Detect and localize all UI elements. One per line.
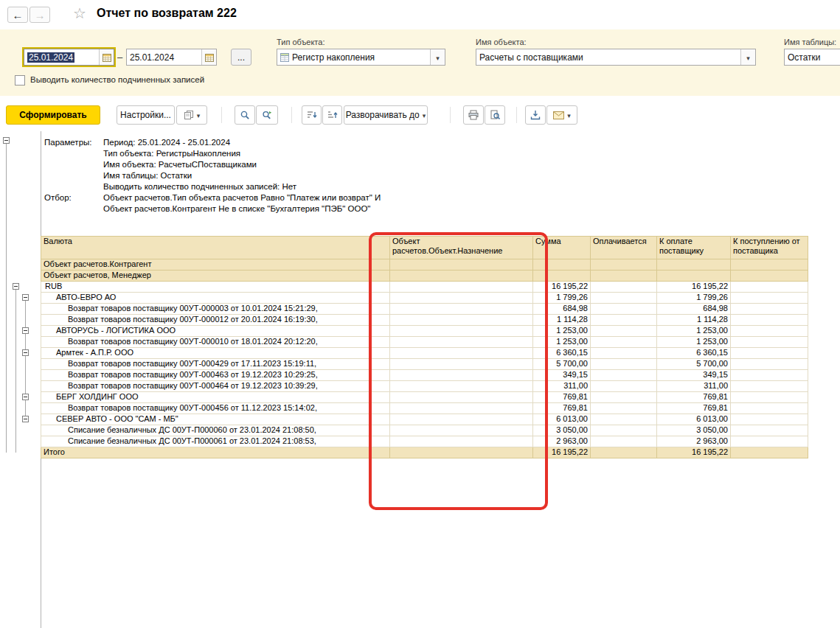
object-name-select[interactable]: Расчеты с поставщиками: [476, 49, 756, 66]
collapse-rows-button[interactable]: [302, 105, 322, 125]
document-row: Списание безналичных ДС 00УТ-П000060 от …: [41, 425, 808, 436]
row-to-pay: 1 114,28: [657, 315, 731, 326]
empty-cell: [390, 447, 533, 458]
row-paid: [591, 293, 657, 304]
row-text: СЕВЕР АВТО - ООО "САМ - МБ": [41, 414, 390, 425]
dropdown-arrow-icon[interactable]: [740, 49, 755, 65]
object-type-select[interactable]: Регистр накопления: [277, 49, 445, 66]
print-button[interactable]: [463, 105, 484, 125]
period-to-value: 25.01.2024: [127, 49, 201, 65]
generate-button[interactable]: Сформировать: [6, 105, 100, 125]
row-purpose: [390, 282, 533, 293]
empty-cell: [533, 259, 591, 271]
row-paid: [591, 436, 657, 447]
dropdown-arrow-icon[interactable]: [430, 49, 445, 65]
row-purpose: [390, 436, 533, 447]
row-to-receive: [731, 337, 808, 348]
row-paid: [591, 425, 657, 436]
collapse-toggle[interactable]: [22, 349, 29, 356]
row-to-pay: 349,15: [657, 370, 731, 381]
empty-cell: [731, 259, 808, 271]
row-text: Списание безналичных ДС 00УТ-П000061 от …: [41, 436, 390, 447]
search-next-button[interactable]: [256, 105, 278, 125]
sort-ascending-icon: [327, 110, 338, 120]
row-paid: [591, 392, 657, 403]
row-sum: 769,81: [533, 392, 591, 403]
send-mail-button[interactable]: [546, 105, 577, 125]
show-subrecords-checkbox[interactable]: [15, 75, 25, 86]
row-to-receive: [731, 425, 808, 436]
expand-to-label: Разворачивать до: [346, 110, 420, 120]
report-table-body: Валюта Объект расчетов.Объект.Назначение…: [41, 237, 808, 458]
row-to-pay: 311,00: [657, 381, 731, 392]
report-area: Параметры:Период: 25.01.2024 - 25.01.202…: [0, 131, 840, 628]
collapse-toggle[interactable]: [3, 137, 10, 144]
search-next-icon: [262, 110, 272, 120]
expand-rows-button[interactable]: [322, 105, 342, 125]
empty-cell: [591, 259, 657, 271]
object-type-value: Регистр накопления: [289, 49, 430, 65]
header-row: Валюта Объект расчетов.Объект.Назначение…: [41, 237, 808, 259]
table-name-value: Остатки: [785, 49, 840, 65]
subheader-label: Объект расчетов, Менеджер: [41, 271, 390, 282]
settings-button[interactable]: Настройки...: [117, 105, 175, 125]
filter-label: Отбор:: [44, 192, 103, 203]
back-arrow-icon: ←: [13, 10, 24, 21]
row-to-receive: [731, 381, 808, 392]
group-row: Армтек - А.П.Р. ООО6 360,156 360,15: [41, 348, 808, 359]
group-row: RUB16 195,2216 195,22: [41, 282, 808, 293]
collapse-toggle[interactable]: [22, 294, 29, 301]
row-paid: [591, 359, 657, 370]
chevron-down-icon: [423, 110, 426, 120]
calendar-icon[interactable]: [201, 49, 216, 65]
row-purpose: [390, 414, 533, 425]
row-text: Армтек - А.П.Р. ООО: [41, 348, 390, 359]
save-button[interactable]: [525, 105, 546, 125]
total-row: Итого 16 195,22 16 195,22: [41, 447, 808, 458]
empty-cell: [731, 271, 808, 282]
row-to-pay: 16 195,22: [657, 282, 731, 293]
row-to-receive: [731, 326, 808, 337]
row-to-pay: 1 253,00: [657, 326, 731, 337]
printer-icon: [468, 110, 479, 120]
collapse-toggle[interactable]: [13, 283, 19, 290]
document-row: Возврат товаров поставщику 00УТ-000463 о…: [41, 370, 808, 381]
row-sum: 1 253,00: [533, 337, 591, 348]
toolbar-separator: [291, 107, 292, 123]
back-button[interactable]: ←: [7, 7, 28, 23]
collapse-toggle[interactable]: [22, 416, 29, 422]
group-row: СЕВЕР АВТО - ООО "САМ - МБ"6 013,006 013…: [41, 414, 808, 425]
row-purpose: [390, 293, 533, 304]
subheader-label: Объект расчетов.Контрагент: [41, 259, 390, 271]
search-button[interactable]: [235, 105, 255, 125]
row-text: Возврат товаров поставщику 00УТ-000456 о…: [41, 403, 390, 414]
forward-button[interactable]: →: [29, 7, 50, 23]
period-to-input[interactable]: 25.01.2024: [126, 49, 217, 66]
print-preview-button[interactable]: [485, 105, 505, 125]
row-sum: 769,81: [533, 403, 591, 414]
collapse-toggle[interactable]: [22, 394, 29, 400]
calendar-icon[interactable]: [99, 49, 114, 65]
object-name-label: Имя объекта:: [476, 38, 527, 46]
report-variants-button[interactable]: [176, 105, 207, 125]
row-text: Возврат товаров поставщику 00УТ-000464 о…: [41, 381, 390, 392]
row-to-receive: [731, 282, 808, 293]
expand-to-button[interactable]: Разворачивать до: [344, 105, 428, 125]
row-to-pay: 6 013,00: [657, 414, 731, 425]
row-purpose: [390, 359, 533, 370]
row-text: RUB: [41, 282, 390, 293]
row-paid: [591, 315, 657, 326]
col-header-purpose: Объект расчетов.Объект.Назначение: [390, 237, 533, 259]
row-text: Возврат товаров поставщику 00УТ-000463 о…: [41, 370, 390, 381]
period-more-button[interactable]: ...: [231, 49, 251, 66]
row-paid: [591, 337, 657, 348]
row-text: Возврат товаров поставщику 00УТ-000012 о…: [41, 315, 390, 326]
envelope-icon: [553, 111, 564, 119]
table-name-input[interactable]: Остатки: [784, 49, 840, 66]
total-to-pay: 16 195,22: [657, 447, 731, 458]
collapse-toggle[interactable]: [22, 327, 29, 334]
period-from-input[interactable]: 25.01.2024: [24, 49, 114, 66]
favorite-star-icon[interactable]: ☆: [73, 4, 86, 22]
row-to-receive: [731, 315, 808, 326]
row-purpose: [390, 392, 533, 403]
